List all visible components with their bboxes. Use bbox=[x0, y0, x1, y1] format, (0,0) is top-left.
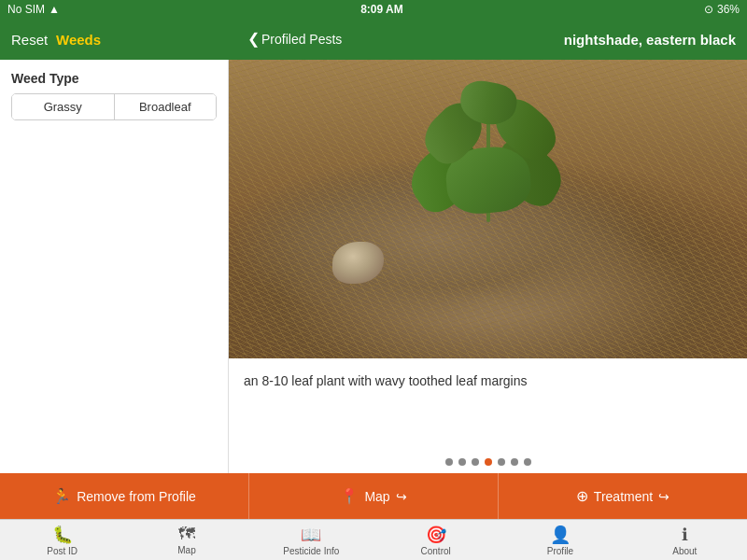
description-area: an 8-10 leaf plant with wavy toothed lea… bbox=[229, 358, 747, 451]
post-id-label: Post ID bbox=[47, 546, 78, 556]
battery-text: 36% bbox=[717, 3, 740, 16]
status-left: No SIM ▲ bbox=[7, 3, 60, 16]
map-share-icon: ↪ bbox=[396, 489, 407, 504]
dot-3[interactable] bbox=[472, 458, 479, 466]
wifi-icon: ▲ bbox=[49, 3, 60, 16]
description-text: an 8-10 leaf plant with wavy toothed lea… bbox=[244, 371, 732, 391]
grassy-button[interactable]: Grassy bbox=[12, 94, 115, 119]
plant-image bbox=[229, 60, 747, 358]
profile-label: Profile bbox=[547, 546, 573, 556]
dot-7[interactable] bbox=[524, 458, 531, 466]
profile-icon: 👤 bbox=[550, 525, 571, 545]
about-label: About bbox=[672, 546, 697, 556]
status-time: 8:09 AM bbox=[360, 3, 403, 16]
tab-pesticide-info[interactable]: 📖 Pesticide Info bbox=[249, 520, 374, 560]
carrier-text: No SIM bbox=[7, 3, 45, 16]
pesticide-info-icon: 📖 bbox=[301, 525, 321, 545]
remove-label: Remove from Profile bbox=[77, 489, 196, 504]
tab-bar: 🐛 Post ID 🗺 Map 📖 Pesticide Info 🎯 Contr… bbox=[0, 519, 747, 560]
dot-5[interactable] bbox=[498, 458, 505, 466]
treatment-share-icon: ↪ bbox=[658, 489, 669, 504]
map-button[interactable]: 📍 Map ↪ bbox=[249, 473, 499, 519]
dot-2[interactable] bbox=[458, 458, 466, 466]
pest-name-label: nightshade, eastern black bbox=[247, 32, 747, 48]
tab-about[interactable]: ℹ About bbox=[623, 520, 747, 560]
map-label: Map bbox=[364, 489, 389, 504]
control-label: Control bbox=[421, 546, 451, 556]
treatment-label: Treatment bbox=[594, 489, 653, 504]
plant-illustration bbox=[404, 82, 572, 269]
tab-control[interactable]: 🎯 Control bbox=[374, 520, 498, 560]
map-tab-icon: 🗺 bbox=[178, 525, 195, 544]
treatment-button[interactable]: ⊕ Treatment ↪ bbox=[499, 473, 747, 519]
dot-4-active[interactable] bbox=[485, 458, 492, 466]
battery-icon: ⊙ bbox=[704, 3, 713, 16]
nav-bar: Reset Weeds ❮ Profiled Pests nightshade,… bbox=[0, 19, 747, 60]
status-bar: No SIM ▲ 8:09 AM ⊙ 36% bbox=[0, 0, 747, 19]
tab-map[interactable]: 🗺 Map bbox=[124, 520, 248, 560]
dot-1[interactable] bbox=[445, 458, 453, 466]
weed-type-label: Weed Type bbox=[11, 71, 217, 86]
pagination-dots bbox=[229, 451, 747, 473]
post-id-icon: 🐛 bbox=[52, 525, 73, 545]
reset-button[interactable]: Reset bbox=[11, 32, 48, 48]
broadleaf-button[interactable]: Broadleaf bbox=[115, 94, 217, 119]
weeds-label: Weeds bbox=[56, 32, 101, 48]
map-pin-icon: 📍 bbox=[340, 487, 359, 505]
sidebar: Weed Type Grassy Broadleaf bbox=[0, 60, 229, 473]
action-bar: 🏃 Remove from Profile 📍 Map ↪ ⊕ Treatmen… bbox=[0, 473, 747, 519]
tab-profile[interactable]: 👤 Profile bbox=[498, 520, 622, 560]
main-content: Weed Type Grassy Broadleaf bbox=[0, 60, 747, 473]
weed-type-toggle: Grassy Broadleaf bbox=[11, 93, 217, 120]
status-right: ⊙ 36% bbox=[704, 3, 740, 16]
detail-panel: an 8-10 leaf plant with wavy toothed lea… bbox=[229, 60, 747, 473]
about-icon: ℹ bbox=[682, 525, 688, 545]
dot-6[interactable] bbox=[511, 458, 518, 466]
treatment-icon: ⊕ bbox=[576, 487, 588, 505]
tab-post-id[interactable]: 🐛 Post ID bbox=[0, 520, 124, 560]
pesticide-info-label: Pesticide Info bbox=[283, 546, 339, 556]
control-icon: 🎯 bbox=[426, 525, 446, 545]
map-tab-label: Map bbox=[177, 545, 195, 555]
remove-icon: 🏃 bbox=[52, 487, 71, 505]
remove-from-profile-button[interactable]: 🏃 Remove from Profile bbox=[0, 473, 249, 519]
